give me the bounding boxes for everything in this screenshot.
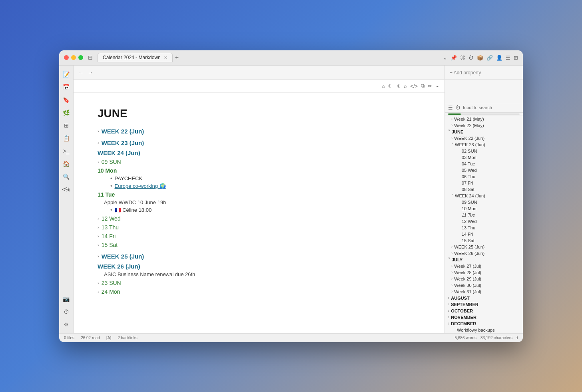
tree-item[interactable]: ›Week 31 (Jul) [445, 289, 523, 295]
sidebar-item-copy[interactable]: 📋 [61, 133, 72, 144]
tree-chevron-icon: › [451, 251, 452, 255]
tree-item[interactable]: ›Week 30 (Jul) [445, 282, 523, 289]
chevron-icon: › [98, 216, 99, 221]
more-icon[interactable]: ··· [435, 83, 440, 89]
day-11tue[interactable]: 11 Tue [98, 191, 421, 198]
moon-icon[interactable]: ☾ [388, 83, 393, 89]
tree-item[interactable]: ˅WEEK 23 (Jun) [445, 141, 523, 148]
sidebar-item-note[interactable]: 📝 [61, 69, 72, 80]
tree-item[interactable]: ›Week 27 (Jul) [445, 263, 523, 269]
archive-icon[interactable]: 📦 [477, 55, 483, 61]
titlebar: ⊟ Calendar 2024 - Markdown ✕ + ⌄ 📌 ⌘ ⏱ 📦… [59, 50, 523, 66]
tree-item[interactable]: ›Week 22 (May) [445, 122, 523, 129]
week26-header[interactable]: WEEK 26 (Jun) [98, 263, 421, 270]
day-09sun[interactable]: › 09 SUN [98, 159, 421, 165]
tree-item-label: Week 29 (Jul) [454, 277, 481, 281]
tree-item[interactable]: ›WEEK 26 (Jun) [445, 250, 523, 257]
sidebar-item-calendar[interactable]: 📅 [61, 82, 72, 93]
search-icon[interactable]: ⌕ [404, 83, 407, 89]
sidebar-toggle-icon[interactable]: ⊟ [88, 54, 93, 61]
tree-item[interactable]: 15 Sat [445, 237, 523, 244]
tree-chevron-icon: › [451, 123, 452, 127]
tree-item[interactable]: ›AUGUST [445, 295, 523, 301]
week24-header[interactable]: WEEK 24 (Jun) [98, 149, 421, 156]
sidebar-item-search[interactable]: 🔍 [61, 171, 72, 182]
tree-item[interactable]: ›Week 28 (Jul) [445, 269, 523, 276]
sidebar-item-terminal[interactable]: >_ [61, 145, 72, 157]
copy-icon[interactable]: ⧉ [421, 83, 425, 89]
day-24mon[interactable]: › 24 Mon [98, 289, 421, 295]
day-12wed-label: 12 Wed [102, 215, 121, 222]
tree-item[interactable]: 09 SUN [445, 199, 523, 205]
add-property-button[interactable]: + Add property [450, 70, 481, 76]
sidebar-item-branch[interactable]: 🌿 [61, 107, 72, 118]
tree-item[interactable]: ›Week 29 (Jul) [445, 276, 523, 282]
pin-icon[interactable]: 📌 [450, 55, 457, 61]
tree-item[interactable]: 04 Tue [445, 161, 523, 167]
tree-item[interactable]: ˅JULY [445, 257, 523, 263]
tree-item[interactable]: 11 Tue [445, 212, 523, 218]
active-tab[interactable]: Calendar 2024 - Markdown ✕ [98, 53, 173, 62]
tree-item[interactable]: 14 Fri [445, 231, 523, 237]
tree-item[interactable]: ˅JUNE [445, 129, 523, 135]
tree-item[interactable]: Workflowy backups [445, 327, 523, 333]
back-button[interactable]: ← [78, 70, 84, 76]
week22-header[interactable]: › WEEK 22 (Jun) [98, 128, 421, 135]
maximize-button[interactable] [78, 55, 83, 60]
forward-button[interactable]: → [88, 70, 93, 76]
day-12wed[interactable]: › 12 Wed [98, 215, 421, 222]
dropdown-icon[interactable]: ⌄ [443, 55, 447, 61]
tree-item[interactable]: 10 Mon [445, 205, 523, 212]
link-icon[interactable]: 🔗 [486, 55, 493, 61]
sidebar-item-home[interactable]: 🏠 [61, 158, 72, 169]
europe-link[interactable]: Europe co-working 🌍 [115, 183, 166, 189]
day-23sun[interactable]: › 23 SUN [98, 280, 421, 286]
week25-header[interactable]: › WEEK 25 (Jun) [98, 253, 421, 260]
day-15sat[interactable]: › 15 Sat [98, 242, 421, 248]
tree-item[interactable]: 06 Thu [445, 173, 523, 180]
tree-item[interactable]: 03 Mon [445, 154, 523, 161]
tab-close-icon[interactable]: ✕ [164, 55, 167, 60]
list-icon[interactable]: ☰ [506, 55, 510, 61]
new-tab-button[interactable]: + [175, 54, 179, 61]
person-icon[interactable]: 👤 [496, 55, 502, 61]
day-14fri[interactable]: › 14 Fri [98, 233, 421, 239]
sidebar-item-grid[interactable]: ⊞ [61, 120, 72, 131]
tree-item-label: OCTOBER [451, 308, 473, 313]
tree-item[interactable]: ›NOVEMBER [445, 314, 523, 320]
edit-icon[interactable]: ✏ [428, 83, 432, 89]
tree-item[interactable]: ›Week 21 (May) [445, 116, 523, 122]
tree-item[interactable]: 12 Wed [445, 218, 523, 225]
sidebar-item-camera[interactable]: 📷 [61, 293, 72, 304]
tree-item[interactable]: ›DECEMBER [445, 320, 523, 327]
code-icon[interactable]: </> [410, 83, 418, 89]
tree-item[interactable]: ›SEPTEMBER [445, 301, 523, 308]
clock-icon[interactable]: ⏱ [468, 55, 474, 61]
tree-item[interactable]: 08 Sat [445, 186, 523, 193]
sidebar-item-settings[interactable]: ⚙ [61, 319, 72, 330]
day-10mon[interactable]: 10 Mon [98, 167, 421, 174]
sidebar-item-bookmark[interactable]: 🔖 [61, 94, 72, 105]
tree-item[interactable]: 13 Thu [445, 225, 523, 231]
panel-clock-icon[interactable]: ⏱ [455, 105, 460, 111]
tree-item[interactable]: 07 Fri [445, 180, 523, 186]
tree-item[interactable]: ˅WEEK 24 (Jun) [445, 193, 523, 199]
day-13thu[interactable]: › 13 Thu [98, 224, 421, 231]
sidebar-item-code[interactable]: <% [61, 184, 72, 195]
sun-icon[interactable]: ✳ [396, 83, 401, 89]
list-view-icon[interactable]: ☰ [448, 105, 453, 111]
week23-header[interactable]: › WEEK 23 (Jun) [98, 139, 421, 146]
tree-item[interactable]: 05 Wed [445, 167, 523, 173]
tree-search-input[interactable] [463, 105, 520, 110]
minimize-button[interactable] [71, 55, 76, 60]
tree-chevron-icon: › [451, 289, 452, 294]
tree-item[interactable]: ›WEEK 22 (Jun) [445, 135, 523, 141]
close-button[interactable] [64, 55, 69, 60]
grid-icon[interactable]: ⊞ [514, 55, 518, 61]
tree-item[interactable]: ›OCTOBER [445, 308, 523, 314]
tree-item[interactable]: ›WEEK 25 (Jun) [445, 244, 523, 250]
tree-item[interactable]: 02 SUN [445, 148, 523, 154]
command-icon[interactable]: ⌘ [460, 55, 465, 61]
home-icon[interactable]: ⌂ [382, 83, 385, 89]
sidebar-item-clock[interactable]: ⏱ [61, 306, 72, 317]
